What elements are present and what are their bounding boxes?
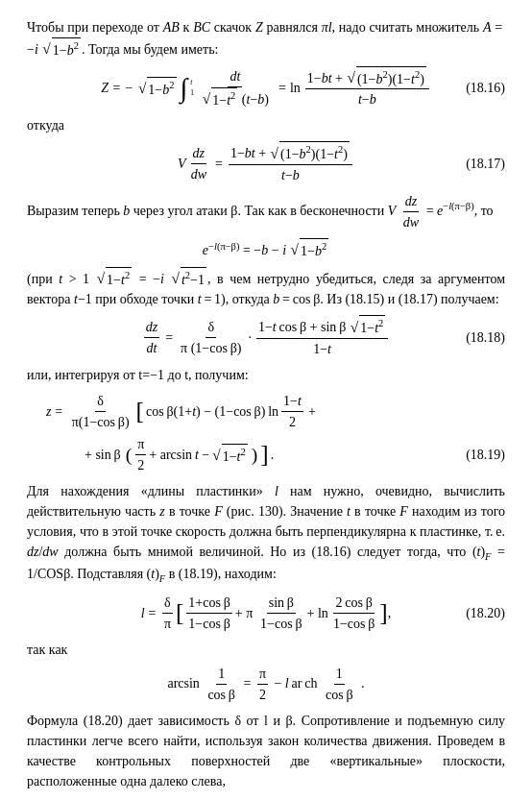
eq-tag-1618: (18.18): [466, 327, 505, 348]
intro-paragraph: Чтобы при переходе от AB к BC скачок Z р…: [27, 17, 505, 61]
equation-18-16: Z = − √1−b2 ∫ t1 dt √1−t2 (t−b) = ln 1−b…: [27, 66, 505, 110]
eq-tag-1616: (18.16): [466, 78, 505, 98]
para-t: (при t > 1 √1−t2 = −i √t2−1, в чем нетру…: [27, 267, 505, 310]
tak-kak-label: так как: [27, 640, 505, 660]
eq-tag-1617: (18.17): [466, 154, 505, 174]
para-l: Для нахождения «длины пластинки» l нам н…: [27, 481, 505, 587]
final-paragraph: Формула (18.20) дает зависимость δ от l …: [27, 711, 505, 791]
otkuda-label: откуда: [27, 115, 505, 135]
para-b: Выразим теперь b через угол атаки β. Так…: [27, 191, 505, 232]
ili-label: или, интегрируя от t=−1 до t, получим:: [27, 365, 505, 385]
eq-tag-1619: (18.19): [466, 445, 505, 465]
equation-18-20: l = δ π [ 1+cos β 1−cos β + π sin β 1−co…: [27, 593, 505, 634]
eq-tag-1620: (18.20): [466, 603, 505, 623]
equation-18-18: dz dt = δ π (1−cos β) · 1−t cos β + sin …: [27, 315, 505, 359]
equation-18-17: V dz dw = 1−bt + √(1−b2)(1−t2) t−b (18.1…: [27, 141, 505, 185]
arcsin-equation: arcsin 1 cos β = π 2 − l ar ch 1 cos β .: [27, 664, 505, 705]
page-content: Чтобы при переходе от AB к BC скачок Z р…: [27, 17, 505, 791]
exp-equation: e−l(π−β) = −b − i √1−b2: [27, 238, 505, 261]
equation-18-19: z = δ π(1−cos β) [ cos β(1+t) − (1−cos β…: [27, 391, 505, 475]
